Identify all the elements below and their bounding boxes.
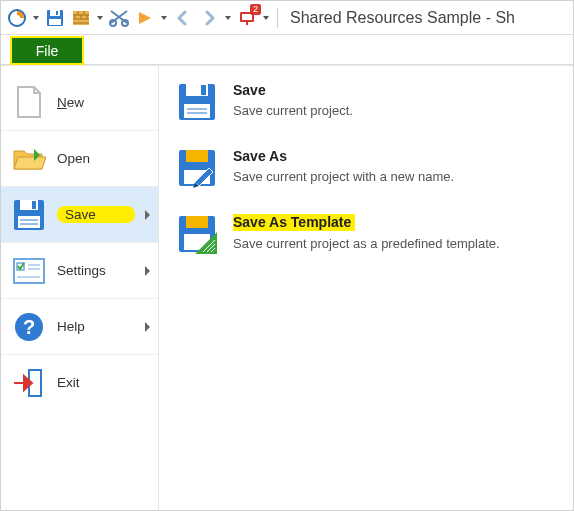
svg-rect-37 — [201, 85, 206, 95]
svg-rect-5 — [49, 19, 61, 25]
menu-label-save: Save — [57, 206, 135, 223]
menu-item-exit[interactable]: Exit — [1, 354, 158, 410]
save-as-icon — [177, 148, 217, 188]
file-tab[interactable]: File — [11, 37, 83, 64]
file-tab-label: File — [36, 43, 59, 59]
help-icon: ? — [11, 309, 47, 345]
wall-dropdown-caret[interactable] — [95, 6, 105, 30]
ribbon-tab-strip: File — [1, 35, 573, 65]
svg-rect-3 — [50, 10, 60, 16]
detail-save-as-title: Save As — [233, 148, 557, 164]
save-detail-pane: Save Save current project. Save As Save … — [159, 66, 573, 510]
save-as-template-icon — [177, 214, 217, 254]
app-dropdown-caret[interactable] — [31, 6, 41, 30]
detail-save-as[interactable]: Save As Save current project with a new … — [177, 148, 557, 188]
menu-item-save[interactable]: Save — [1, 186, 158, 242]
back-arrow-icon[interactable] — [171, 6, 195, 30]
detail-save[interactable]: Save Save current project. — [177, 82, 557, 122]
forward-dropdown-caret[interactable] — [223, 6, 233, 30]
svg-point-16 — [122, 20, 128, 26]
detail-save-as-desc: Save current project with a new name. — [233, 168, 543, 186]
save-floppy-icon — [177, 82, 217, 122]
quick-access-toolbar: 2 Shared Resources Sample - Sh — [1, 1, 573, 35]
exit-icon — [11, 365, 47, 401]
svg-rect-42 — [186, 150, 208, 162]
menu-item-help[interactable]: ? Help — [1, 298, 158, 354]
play-dropdown-caret[interactable] — [159, 6, 169, 30]
toolbar-separator — [277, 8, 278, 28]
cut-icon[interactable] — [107, 6, 131, 30]
presentation-icon[interactable]: 2 — [235, 6, 259, 30]
save-toolbar-icon[interactable] — [43, 6, 67, 30]
play-icon[interactable] — [133, 6, 157, 30]
detail-save-as-template[interactable]: Save As Template Save current project as… — [177, 214, 557, 254]
chevron-right-icon — [145, 210, 150, 220]
open-folder-icon — [11, 141, 47, 177]
chevron-right-icon — [145, 266, 150, 276]
svg-rect-38 — [184, 104, 210, 118]
menu-label-exit: Exit — [57, 375, 150, 390]
save-floppy-icon — [11, 197, 47, 233]
settings-checklist-icon — [11, 253, 47, 289]
menu-label-open: Open — [57, 151, 150, 166]
new-document-icon — [11, 84, 47, 120]
wall-icon[interactable] — [69, 6, 93, 30]
menu-label-settings: Settings — [57, 263, 135, 278]
menu-item-open[interactable]: Open — [1, 130, 158, 186]
detail-save-as-template-title: Save As Template — [233, 214, 355, 231]
detail-save-title: Save — [233, 82, 557, 98]
svg-point-15 — [110, 20, 116, 26]
detail-save-desc: Save current project. — [233, 102, 543, 120]
window-title: Shared Resources Sample - Sh — [290, 9, 515, 27]
menu-item-settings[interactable]: Settings — [1, 242, 158, 298]
menu-label-help: Help — [57, 319, 135, 334]
chevron-right-icon — [145, 322, 150, 332]
backstage-menu: New Open Save Settings ? He — [1, 66, 159, 510]
backstage-view: New Open Save Settings ? He — [1, 65, 573, 510]
svg-rect-23 — [18, 216, 40, 228]
menu-item-new[interactable]: New — [1, 74, 158, 130]
detail-save-as-template-desc: Save current project as a predefined tem… — [233, 235, 543, 253]
menu-label-new: New — [57, 95, 150, 110]
notification-badge: 2 — [250, 4, 261, 15]
forward-arrow-icon[interactable] — [197, 6, 221, 30]
svg-rect-45 — [186, 216, 208, 228]
svg-point-1 — [14, 15, 20, 21]
presentation-dropdown-caret[interactable] — [261, 6, 271, 30]
svg-rect-22 — [32, 201, 36, 209]
svg-text:?: ? — [23, 316, 35, 338]
svg-rect-4 — [56, 11, 58, 15]
app-icon[interactable] — [5, 6, 29, 30]
